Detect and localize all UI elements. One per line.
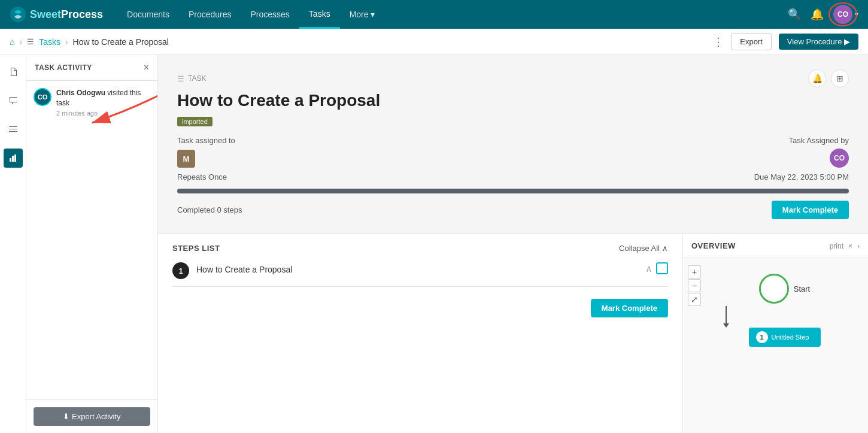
steps-list-title: STEPS LIST (172, 244, 220, 253)
panel-header: TASK ACTIVITY × (26, 55, 157, 81)
export-activity-button[interactable]: ⬇ Export Activity (34, 407, 150, 426)
sidebar-chat-btn[interactable] (4, 91, 23, 110)
user-dropdown-arrow[interactable]: ▾ (855, 10, 858, 19)
overview-header: OVERVIEW print × › (683, 234, 868, 258)
avatar[interactable]: CO (833, 5, 852, 24)
assigned-by-label: Task Assigned by (789, 136, 849, 145)
repeats-row: Repeats Once Due May 22, 2023 5:00 PM (177, 172, 849, 181)
overview-next-btn[interactable]: › (857, 242, 860, 250)
user-menu[interactable]: CO ▾ (833, 5, 858, 24)
overview-print-btn[interactable]: print (830, 242, 843, 250)
overview-panel: OVERVIEW print × › + − ⤢ (682, 234, 868, 433)
sidebar-list-btn[interactable] (4, 120, 23, 139)
task-meta-row: Task assigned to M Task Assigned by CO (177, 136, 849, 168)
step-divider (172, 286, 668, 287)
step-number-badge: 1 (172, 262, 189, 279)
nav-more[interactable]: More ▾ (340, 1, 385, 28)
notifications-icon-btn[interactable]: 🔔 (811, 8, 824, 21)
flow-step-1-number: 1 (756, 331, 768, 343)
task-grid-icon: ☰ (177, 74, 184, 83)
steps-overview-row: STEPS LIST Collapse All ∧ 1 How to Creat… (158, 234, 868, 433)
view-procedure-button[interactable]: View Procedure ▶ (779, 34, 858, 50)
overview-close-btn[interactable]: × (848, 242, 852, 250)
task-header-icons: 🔔 ⊞ (808, 69, 849, 87)
export-button[interactable]: Export (731, 33, 772, 50)
overview-title: OVERVIEW (691, 241, 736, 250)
activity-user-name: Chris Odogwu (56, 89, 105, 97)
assigned-by-avatar: CO (830, 149, 849, 168)
collapse-chevron-icon: ∧ (662, 244, 668, 253)
task-header-section: ☰ TASK 🔔 ⊞ How to Create a Proposal impo… (158, 55, 868, 234)
grid-icon: ⊞ (836, 74, 843, 83)
due-date-label: Due May 22, 2023 5:00 PM (754, 172, 849, 181)
nav-tasks[interactable]: Tasks (299, 1, 340, 29)
bell-icon: 🔔 (812, 74, 823, 83)
breadcrumb-tasks-link[interactable]: Tasks (39, 37, 60, 47)
avatar-wrapper: CO (833, 5, 852, 24)
step-checkbox[interactable] (656, 262, 668, 274)
step-name: How to Create a Proposal (196, 262, 638, 274)
overview-header-actions: print × › (830, 242, 860, 250)
flow-start-label: Start (794, 284, 810, 293)
assignee-badge: M (177, 150, 195, 168)
logo[interactable]: SweetProcess (10, 6, 103, 23)
zoom-in-btn[interactable]: + (688, 265, 701, 278)
grid-view-btn[interactable]: ⊞ (831, 69, 849, 87)
mark-complete-button-header[interactable]: Mark Complete (772, 201, 849, 219)
panel-close-btn[interactable]: × (144, 62, 149, 73)
nav-processes[interactable]: Processes (241, 1, 299, 28)
step-content: How to Create a Proposal (196, 262, 638, 274)
task-label: ☰ TASK (177, 74, 206, 83)
task-title: How to Create a Proposal (177, 91, 849, 110)
nav-right-actions: 🔍 🔔 CO ▾ (788, 5, 858, 24)
zoom-fit-btn[interactable]: ⤢ (688, 293, 701, 306)
bell-notification-btn[interactable]: 🔔 (808, 69, 826, 87)
activity-time: 2 minutes ago (56, 110, 150, 117)
activity-avatar: CO (34, 88, 51, 106)
overview-content: + − ⤢ Start 1 Untitled Step (683, 258, 868, 433)
collapse-all-btn[interactable]: Collapse All ∧ (619, 244, 668, 253)
breadcrumb-current-page: How to Create a Proposal (73, 37, 169, 47)
panel-footer: ⬇ Export Activity (26, 399, 157, 433)
activity-details: Chris Odogwu visited this task 2 minutes… (56, 88, 150, 117)
more-options-icon[interactable]: ⋮ (713, 35, 724, 49)
zoom-out-btn[interactable]: − (688, 279, 701, 292)
nav-links: Documents Procedures Processes Tasks Mor… (117, 1, 788, 29)
nav-documents[interactable]: Documents (117, 1, 179, 28)
breadcrumb-actions: ⋮ Export View Procedure ▶ (713, 33, 858, 50)
completed-steps-text: Completed 0 steps (177, 205, 242, 214)
assigned-by-section: Task Assigned by CO (789, 136, 849, 168)
home-icon[interactable]: ⌂ (10, 37, 14, 47)
flow-arrow-1 (726, 306, 727, 324)
repeats-label: Repeats Once (177, 172, 227, 181)
mark-complete-button-bottom[interactable]: Mark Complete (591, 299, 668, 317)
sidebar-document-btn[interactable] (4, 62, 23, 81)
flowchart: Start 1 Untitled Step (693, 268, 858, 347)
svg-point-0 (10, 7, 26, 22)
nav-procedures[interactable]: Procedures (179, 1, 241, 28)
flow-start-node (759, 274, 789, 304)
completed-steps-row: Completed 0 steps Mark Complete (177, 201, 849, 219)
left-icon-sidebar (0, 55, 26, 433)
search-icon-btn[interactable]: 🔍 (788, 8, 801, 21)
tasks-grid-icon: ☰ (27, 37, 34, 46)
sidebar-chart-btn[interactable] (4, 149, 23, 168)
zoom-controls: + − ⤢ (688, 265, 701, 306)
flow-step-1-node: 1 Untitled Step (749, 328, 821, 347)
flow-start-row: Start (759, 274, 810, 304)
table-row: 1 How to Create a Proposal ∧ (172, 262, 668, 279)
step-up-arrow-btn[interactable]: ∧ (645, 263, 652, 274)
steps-list-section: STEPS LIST Collapse All ∧ 1 How to Creat… (158, 234, 682, 433)
panel-title: TASK ACTIVITY (35, 63, 92, 72)
step-actions: ∧ (645, 262, 668, 274)
flow-step-1-label: Untitled Step (772, 334, 809, 341)
top-navigation: SweetProcess Documents Procedures Proces… (0, 0, 868, 29)
main-layout: TASK ACTIVITY × CO Chris Odogwu visited … (0, 55, 868, 433)
assigned-to-label: Task assigned to (177, 136, 235, 145)
task-label-text: TASK (188, 74, 206, 83)
progress-bar (177, 189, 849, 193)
breadcrumb: ⌂ › ☰ Tasks › How to Create a Proposal (10, 37, 169, 47)
steps-list-header: STEPS LIST Collapse All ∧ (172, 244, 668, 253)
breadcrumb-sep-2: › (65, 37, 68, 47)
activity-item: CO Chris Odogwu visited this task 2 minu… (34, 88, 150, 117)
